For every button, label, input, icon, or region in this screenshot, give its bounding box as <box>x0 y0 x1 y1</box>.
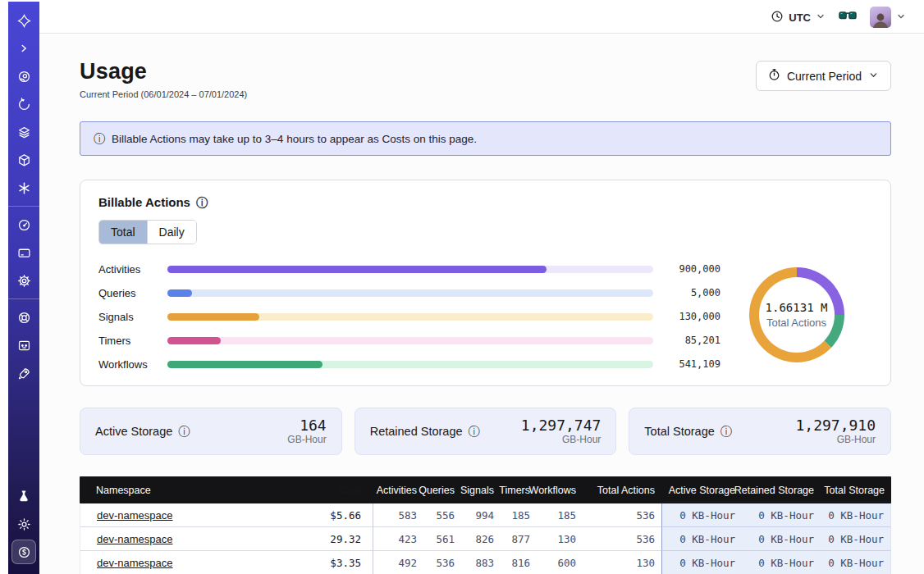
billable-view-tabs: Total Daily <box>98 220 197 244</box>
sidebar-item-settings[interactable] <box>8 266 39 294</box>
col-header-workflows: Workflows <box>537 476 583 503</box>
sidebar-item-layers[interactable] <box>8 118 39 146</box>
layers-icon <box>17 125 31 139</box>
bar-fill <box>167 361 322 368</box>
namespace-link[interactable]: dev-namespace <box>97 557 173 569</box>
billable-actions-chart: Activities 900,000 Queries 5,000 Signals… <box>98 261 872 369</box>
info-icon[interactable]: ⓘ <box>720 426 732 437</box>
cell-activities: 583 <box>373 503 423 527</box>
sidebar-item-docs[interactable] <box>8 331 39 359</box>
cell-total-actions: 130 <box>583 551 661 574</box>
bar-value: 5,000 <box>663 287 720 298</box>
temporal-logo-icon <box>17 14 31 28</box>
usage-active-highlight <box>11 540 36 564</box>
bar-fill <box>167 289 192 297</box>
retained-storage-card: Retained Storage ⓘ 1,297,747 GB-Hour <box>355 408 617 455</box>
chevron-right-icon <box>18 43 30 54</box>
sidebar-item-getting-started[interactable] <box>8 359 39 387</box>
cell-workflows: 185 <box>537 503 583 527</box>
page-subtitle: Current Period (06/01/2024 – 07/01/2024) <box>80 89 247 99</box>
cell-total-actions: 536 <box>583 527 661 551</box>
info-banner: ⓘ Billable Actions may take up to 3–4 ho… <box>80 121 891 156</box>
total-storage-card: Total Storage ⓘ 1,297,910 GB-Hour <box>629 408 891 455</box>
cell-signals: 883 <box>461 551 501 574</box>
chevron-down-icon <box>868 70 879 83</box>
donut-chart: 1.66131 M Total Actions <box>749 267 844 362</box>
period-button-label: Current Period <box>787 70 862 83</box>
glasses-icon <box>839 10 857 25</box>
namespace-link[interactable]: dev-namespace <box>97 509 173 522</box>
bar-fill <box>167 266 547 273</box>
feedback-button[interactable] <box>839 10 857 25</box>
sidebar-item-deployments[interactable] <box>8 146 39 174</box>
cell-workflows: 130 <box>537 527 583 551</box>
sidebar-item-billing[interactable] <box>8 239 39 266</box>
sidebar-item-metrics[interactable] <box>8 211 39 239</box>
billable-actions-card: Billable Actions ⓘ Total Daily Activitie… <box>80 180 891 386</box>
total-storage-value: 1,297,910 <box>795 417 876 434</box>
cell-workflows: 600 <box>537 551 583 574</box>
sidebar-item-history[interactable] <box>8 90 39 118</box>
gauge-icon <box>17 218 31 232</box>
info-icon[interactable]: ⓘ <box>469 426 480 437</box>
col-header-activities: Activities <box>373 476 423 503</box>
sidebar-item-namespaces[interactable] <box>8 62 39 90</box>
period-selector-button[interactable]: Current Period <box>756 61 891 91</box>
sidebar-item-schedules[interactable] <box>8 174 39 202</box>
cell-timers: 877 <box>501 527 537 551</box>
sidebar-item-usage[interactable] <box>8 538 39 566</box>
info-icon[interactable]: ⓘ <box>178 426 190 437</box>
title-row: Usage Current Period (06/01/2024 – 07/01… <box>80 59 891 99</box>
sidebar-item-theme[interactable] <box>8 510 39 538</box>
cell-timers: 816 <box>501 551 537 574</box>
cell-total-storage: 0 KB-Hour <box>821 503 891 527</box>
billable-actions-title: Billable Actions <box>98 195 190 209</box>
timezone-selector[interactable]: UTC <box>771 10 826 25</box>
sidebar <box>8 2 39 574</box>
bar-track <box>167 337 653 344</box>
sun-icon <box>17 517 31 531</box>
info-icon[interactable]: ⓘ <box>196 197 208 208</box>
bar-label: Workflows <box>98 358 158 371</box>
active-storage-unit: GB-Hour <box>287 434 326 445</box>
sidebar-item-home[interactable] <box>8 7 39 34</box>
asterisk-icon <box>17 181 31 195</box>
tab-daily[interactable]: Daily <box>147 221 196 244</box>
cell-total-actions: 536 <box>583 503 661 527</box>
account-menu[interactable] <box>870 7 906 28</box>
cell-retained-storage: 0 KB-Hour <box>742 527 821 551</box>
bar-value: 85,201 <box>663 335 720 346</box>
chevron-down-icon <box>896 10 906 25</box>
timezone-label: UTC <box>789 11 811 24</box>
bar-label: Queries <box>98 287 158 299</box>
sidebar-item-labs[interactable] <box>8 482 39 510</box>
namespace-link[interactable]: dev-namespace <box>97 533 173 545</box>
tab-total[interactable]: Total <box>99 221 147 244</box>
bar-label: Activities <box>98 263 158 276</box>
cell-queries: 536 <box>423 551 461 574</box>
table-row: dev-namespace $3.35 492 536 883 816 600 … <box>80 551 891 574</box>
sidebar-collapse-toggle[interactable] <box>8 34 39 62</box>
col-header-total-actions: Total Actions <box>583 476 661 503</box>
main-content: Usage Current Period (06/01/2024 – 07/01… <box>39 34 924 574</box>
bar-value: 130,000 <box>663 311 720 322</box>
sidebar-item-support[interactable] <box>8 303 39 331</box>
active-storage-card: Active Storage ⓘ 164 GB-Hour <box>80 408 342 455</box>
banner-text: Billable Actions may take up to 3–4 hour… <box>112 133 477 145</box>
bar-chart: Activities 900,000 Queries 5,000 Signals… <box>98 261 720 369</box>
history-icon <box>17 98 31 112</box>
cell-total-storage: 0 KB-Hour <box>821 551 891 574</box>
bar-track <box>167 313 653 321</box>
retained-storage-value: 1,297,747 <box>521 417 602 434</box>
retained-storage-label: Retained Storage <box>370 425 463 438</box>
bar-row-activities: Activities 900,000 <box>98 264 720 274</box>
namespace-usage-table: Namespace Cost Activities Queries Signal… <box>80 476 891 574</box>
bar-value: 900,000 <box>663 263 720 275</box>
cell-cost: 29.32 <box>290 527 373 551</box>
cube-icon <box>17 153 31 167</box>
total-storage-label: Total Storage <box>644 425 714 438</box>
cell-timers: 185 <box>501 503 537 527</box>
cell-activities: 492 <box>373 551 423 574</box>
flask-icon <box>17 490 30 503</box>
col-header-retained-storage: Retained Storage <box>742 476 821 503</box>
